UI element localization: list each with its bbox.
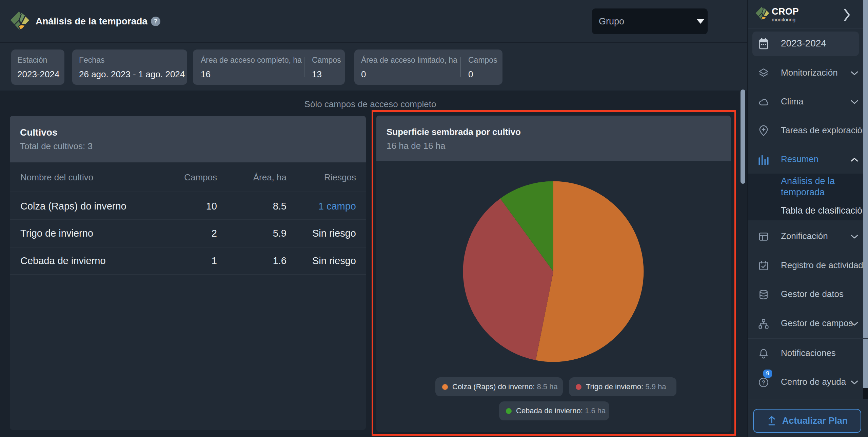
svg-text:?: ?	[762, 379, 765, 386]
